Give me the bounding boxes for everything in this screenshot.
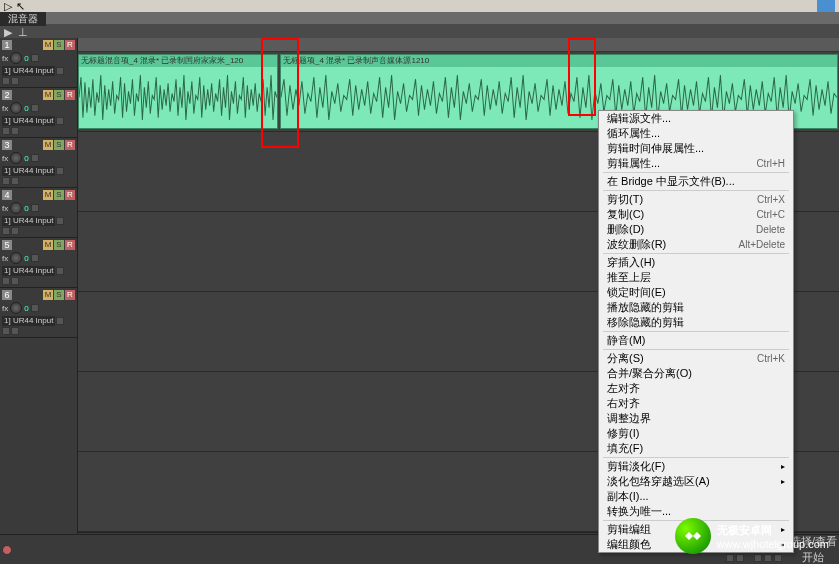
window-control[interactable]: [817, 0, 835, 12]
record-arm-button[interactable]: R: [65, 40, 75, 50]
mute-button[interactable]: M: [43, 190, 53, 200]
record-arm-button[interactable]: R: [65, 290, 75, 300]
track-option[interactable]: [2, 227, 10, 235]
pan-knob[interactable]: [10, 202, 22, 214]
input-label[interactable]: 1] UR44 Input: [2, 266, 55, 276]
track-option[interactable]: [2, 127, 10, 135]
menu-item[interactable]: 波纹删除(R)Alt+Delete: [599, 237, 793, 252]
input-dropdown[interactable]: [56, 217, 64, 225]
menu-item[interactable]: 调整边界: [599, 411, 793, 426]
menu-item-label: 调整边界: [607, 411, 651, 426]
track-option[interactable]: [11, 227, 19, 235]
menu-item[interactable]: 删除(D)Delete: [599, 222, 793, 237]
record-arm-button[interactable]: R: [65, 240, 75, 250]
input-dropdown[interactable]: [56, 167, 64, 175]
menu-item[interactable]: 剪辑淡化(F): [599, 459, 793, 474]
track-option[interactable]: [2, 277, 10, 285]
solo-button[interactable]: S: [54, 90, 64, 100]
record-button[interactable]: [2, 545, 12, 555]
mute-button[interactable]: M: [43, 290, 53, 300]
track-option[interactable]: [2, 327, 10, 335]
menu-item[interactable]: 剪辑时间伸展属性...: [599, 141, 793, 156]
pan-knob[interactable]: [10, 52, 22, 64]
mute-button[interactable]: M: [43, 240, 53, 250]
pan-knob[interactable]: [10, 102, 22, 114]
menu-item[interactable]: 静音(M): [599, 333, 793, 348]
menu-item[interactable]: 循环属性...: [599, 126, 793, 141]
track-option[interactable]: [11, 277, 19, 285]
play-icon[interactable]: ▶: [4, 26, 14, 36]
record-arm-button[interactable]: R: [65, 90, 75, 100]
menu-item[interactable]: 左对齐: [599, 381, 793, 396]
track-option[interactable]: [2, 177, 10, 185]
menu-shortcut: Alt+Delete: [739, 239, 785, 250]
menu-item-label: 剪切(T): [607, 192, 643, 207]
solo-button[interactable]: S: [54, 190, 64, 200]
menu-item[interactable]: 右对齐: [599, 396, 793, 411]
input-dropdown[interactable]: [56, 267, 64, 275]
zoom-fit-button[interactable]: [774, 554, 782, 562]
menu-item[interactable]: 剪辑属性...Ctrl+H: [599, 156, 793, 171]
menu-item[interactable]: 移除隐藏的剪辑: [599, 315, 793, 330]
pan-knob[interactable]: [10, 302, 22, 314]
solo-button[interactable]: S: [54, 240, 64, 250]
fx-icon[interactable]: fx: [2, 154, 8, 163]
solo-button[interactable]: S: [54, 140, 64, 150]
menu-item[interactable]: 修剪(I): [599, 426, 793, 441]
context-menu[interactable]: 编辑源文件...循环属性...剪辑时间伸展属性...剪辑属性...Ctrl+H在…: [598, 110, 794, 553]
volume-display: 0: [24, 304, 28, 313]
mute-button[interactable]: M: [43, 140, 53, 150]
menu-item[interactable]: 剪切(T)Ctrl+X: [599, 192, 793, 207]
input-dropdown[interactable]: [56, 317, 64, 325]
menu-item[interactable]: 淡化包络穿越选区(A): [599, 474, 793, 489]
mute-button[interactable]: M: [43, 90, 53, 100]
next-button[interactable]: [736, 554, 744, 562]
prev-button[interactable]: [726, 554, 734, 562]
input-dropdown[interactable]: [56, 67, 64, 75]
fx-icon[interactable]: fx: [2, 54, 8, 63]
volume-display: 0: [24, 104, 28, 113]
audio-clip[interactable]: 无标题混音项_4 混录* 已录制国府家家米_120: [78, 54, 278, 129]
ruler[interactable]: [78, 38, 839, 52]
input-label[interactable]: 1] UR44 Input: [2, 66, 55, 76]
menu-item[interactable]: 复制(C)Ctrl+C: [599, 207, 793, 222]
input-label[interactable]: 1] UR44 Input: [2, 316, 55, 326]
menu-item[interactable]: 播放隐藏的剪辑: [599, 300, 793, 315]
input-dropdown[interactable]: [56, 117, 64, 125]
menu-item[interactable]: 分离(S)Ctrl+K: [599, 351, 793, 366]
pan-knob[interactable]: [10, 252, 22, 264]
track-option[interactable]: [11, 177, 19, 185]
menu-item[interactable]: 转换为唯一...: [599, 504, 793, 519]
input-label[interactable]: 1] UR44 Input: [2, 166, 55, 176]
track-option[interactable]: [11, 127, 19, 135]
fx-icon[interactable]: fx: [2, 204, 8, 213]
menu-item[interactable]: 穿插入(H): [599, 255, 793, 270]
menu-item[interactable]: 在 Bridge 中显示文件(B)...: [599, 174, 793, 189]
input-label[interactable]: 1] UR44 Input: [2, 216, 55, 226]
track-option[interactable]: [2, 77, 10, 85]
tab-mixer[interactable]: 混音器: [0, 12, 46, 26]
input-label[interactable]: 1] UR44 Input: [2, 116, 55, 126]
menu-item[interactable]: 副本(I)...: [599, 489, 793, 504]
fx-icon[interactable]: fx: [2, 104, 8, 113]
pan-knob[interactable]: [10, 152, 22, 164]
menu-item[interactable]: 填充(F): [599, 441, 793, 456]
menu-shortcut: Ctrl+K: [757, 353, 785, 364]
marker-icon[interactable]: ⊥: [18, 26, 28, 36]
solo-button[interactable]: S: [54, 290, 64, 300]
zoom-in-button[interactable]: [764, 554, 772, 562]
menu-item[interactable]: 锁定时间(E): [599, 285, 793, 300]
track-option[interactable]: [11, 77, 19, 85]
menu-item[interactable]: 推至上层: [599, 270, 793, 285]
fx-icon[interactable]: fx: [2, 304, 8, 313]
mute-button[interactable]: M: [43, 40, 53, 50]
zoom-out-button[interactable]: [754, 554, 762, 562]
fx-icon[interactable]: fx: [2, 254, 8, 263]
solo-button[interactable]: S: [54, 40, 64, 50]
menu-item[interactable]: 编辑源文件...: [599, 111, 793, 126]
record-arm-button[interactable]: R: [65, 140, 75, 150]
menu-item[interactable]: 合并/聚合分离(O): [599, 366, 793, 381]
meter: [31, 204, 39, 212]
track-option[interactable]: [11, 327, 19, 335]
record-arm-button[interactable]: R: [65, 190, 75, 200]
